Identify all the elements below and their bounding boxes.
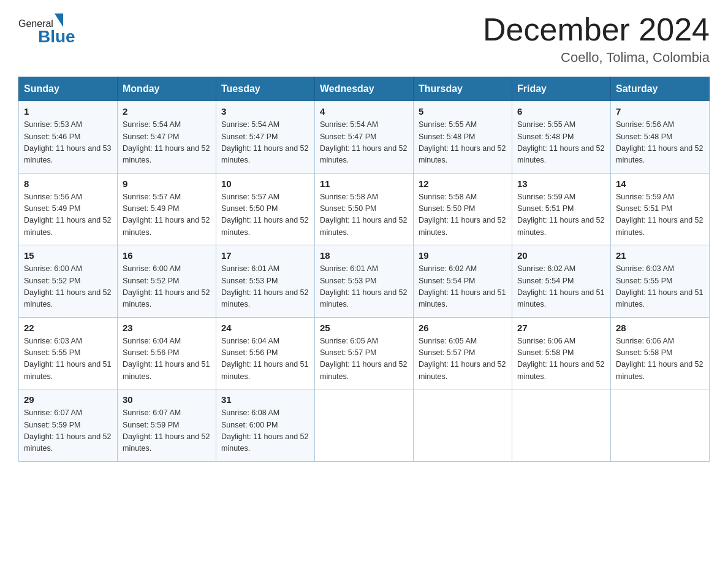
daylight-label: Daylight: 11 hours and 52 minutes. <box>123 432 210 453</box>
sunset-label: Sunset: 5:47 PM <box>320 132 376 141</box>
day-number: 15 <box>24 250 112 261</box>
sunrise-label: Sunrise: 6:05 AM <box>320 337 378 345</box>
daylight-label: Daylight: 11 hours and 51 minutes. <box>419 288 506 308</box>
sunset-label: Sunset: 5:47 PM <box>123 132 179 141</box>
sunset-label: Sunset: 5:49 PM <box>123 204 179 213</box>
calendar-cell: 22 Sunrise: 6:03 AM Sunset: 5:55 PM Dayl… <box>19 317 118 389</box>
sunset-label: Sunset: 5:50 PM <box>221 204 278 213</box>
daylight-label: Daylight: 11 hours and 52 minutes. <box>616 360 703 380</box>
day-number: 11 <box>320 178 408 189</box>
day-info: Sunrise: 6:04 AM Sunset: 5:56 PM Dayligh… <box>123 335 211 383</box>
col-monday: Monday <box>118 77 216 101</box>
sunrise-label: Sunrise: 6:02 AM <box>517 264 575 273</box>
day-info: Sunrise: 6:03 AM Sunset: 5:55 PM Dayligh… <box>616 263 704 311</box>
calendar-cell: 27 Sunrise: 6:06 AM Sunset: 5:58 PM Dayl… <box>512 317 611 389</box>
col-wednesday: Wednesday <box>315 77 414 101</box>
day-info: Sunrise: 6:05 AM Sunset: 5:57 PM Dayligh… <box>320 335 408 383</box>
calendar-cell: 3 Sunrise: 5:54 AM Sunset: 5:47 PM Dayli… <box>216 101 315 174</box>
calendar-cell: 12 Sunrise: 5:58 AM Sunset: 5:50 PM Dayl… <box>414 173 512 245</box>
day-number: 5 <box>419 106 507 117</box>
location-subtitle: Coello, Tolima, Colombia <box>483 50 710 66</box>
day-info: Sunrise: 6:01 AM Sunset: 5:53 PM Dayligh… <box>221 263 309 311</box>
day-info: Sunrise: 6:06 AM Sunset: 5:58 PM Dayligh… <box>517 335 605 383</box>
calendar-cell: 21 Sunrise: 6:03 AM Sunset: 5:55 PM Dayl… <box>611 245 710 318</box>
day-number: 9 <box>123 178 211 189</box>
sunrise-label: Sunrise: 6:02 AM <box>419 264 477 273</box>
calendar-week-1: 1 Sunrise: 5:53 AM Sunset: 5:46 PM Dayli… <box>19 101 710 174</box>
sunrise-label: Sunrise: 5:54 AM <box>320 120 378 129</box>
day-number: 23 <box>123 323 211 333</box>
calendar-cell: 9 Sunrise: 5:57 AM Sunset: 5:49 PM Dayli… <box>118 173 216 245</box>
daylight-label: Daylight: 11 hours and 52 minutes. <box>320 288 407 308</box>
day-number: 21 <box>616 250 704 261</box>
day-number: 28 <box>616 323 704 333</box>
daylight-label: Daylight: 11 hours and 52 minutes. <box>616 216 703 236</box>
calendar-cell: 10 Sunrise: 5:57 AM Sunset: 5:50 PM Dayl… <box>216 173 315 245</box>
title-section: December 2024 Coello, Tolima, Colombia <box>483 12 710 66</box>
sunrise-label: Sunrise: 6:07 AM <box>24 408 82 417</box>
daylight-label: Daylight: 11 hours and 52 minutes. <box>221 144 308 164</box>
calendar-cell <box>315 389 414 462</box>
day-info: Sunrise: 6:05 AM Sunset: 5:57 PM Dayligh… <box>419 335 507 383</box>
daylight-label: Daylight: 11 hours and 51 minutes. <box>221 360 308 380</box>
calendar-table: Sunday Monday Tuesday Wednesday Thursday… <box>18 77 710 462</box>
calendar-cell: 17 Sunrise: 6:01 AM Sunset: 5:53 PM Dayl… <box>216 245 315 318</box>
sunset-label: Sunset: 5:51 PM <box>616 204 672 213</box>
sunrise-label: Sunrise: 6:05 AM <box>419 337 477 345</box>
day-number: 26 <box>419 323 507 333</box>
calendar-header: Sunday Monday Tuesday Wednesday Thursday… <box>19 77 710 101</box>
day-info: Sunrise: 6:02 AM Sunset: 5:54 PM Dayligh… <box>419 263 507 311</box>
calendar-cell: 14 Sunrise: 5:59 AM Sunset: 5:51 PM Dayl… <box>611 173 710 245</box>
month-title: December 2024 <box>483 12 710 47</box>
sunset-label: Sunset: 5:50 PM <box>419 204 475 213</box>
day-info: Sunrise: 6:07 AM Sunset: 5:59 PM Dayligh… <box>24 407 112 455</box>
day-info: Sunrise: 5:58 AM Sunset: 5:50 PM Dayligh… <box>419 191 507 239</box>
sunrise-label: Sunrise: 6:08 AM <box>221 408 279 417</box>
day-number: 24 <box>221 323 309 333</box>
sunset-label: Sunset: 5:57 PM <box>419 348 475 357</box>
sunset-label: Sunset: 5:48 PM <box>517 132 574 141</box>
day-number: 10 <box>221 178 309 189</box>
calendar-body: 1 Sunrise: 5:53 AM Sunset: 5:46 PM Dayli… <box>19 101 710 462</box>
daylight-label: Daylight: 11 hours and 52 minutes. <box>517 216 604 236</box>
logo-arrow-icon <box>55 13 63 27</box>
sunrise-label: Sunrise: 5:53 AM <box>24 120 82 129</box>
calendar-cell: 4 Sunrise: 5:54 AM Sunset: 5:47 PM Dayli… <box>315 101 414 174</box>
sunset-label: Sunset: 5:53 PM <box>221 277 278 285</box>
sunset-label: Sunset: 5:56 PM <box>123 348 179 357</box>
day-info: Sunrise: 5:59 AM Sunset: 5:51 PM Dayligh… <box>616 191 704 239</box>
sunrise-label: Sunrise: 5:58 AM <box>419 193 477 201</box>
daylight-label: Daylight: 11 hours and 52 minutes. <box>24 432 111 453</box>
sunrise-label: Sunrise: 5:56 AM <box>616 120 674 129</box>
sunset-label: Sunset: 5:58 PM <box>517 348 574 357</box>
day-info: Sunrise: 5:54 AM Sunset: 5:47 PM Dayligh… <box>221 119 309 167</box>
sunrise-label: Sunrise: 5:57 AM <box>123 193 181 201</box>
daylight-label: Daylight: 11 hours and 52 minutes. <box>123 288 210 308</box>
day-number: 19 <box>419 250 507 261</box>
day-info: Sunrise: 6:03 AM Sunset: 5:55 PM Dayligh… <box>24 335 112 383</box>
calendar-cell: 11 Sunrise: 5:58 AM Sunset: 5:50 PM Dayl… <box>315 173 414 245</box>
day-info: Sunrise: 6:07 AM Sunset: 5:59 PM Dayligh… <box>123 407 211 455</box>
daylight-label: Daylight: 11 hours and 52 minutes. <box>24 216 111 236</box>
calendar-cell <box>611 389 710 462</box>
sunset-label: Sunset: 5:48 PM <box>616 132 672 141</box>
sunset-label: Sunset: 5:54 PM <box>419 277 475 285</box>
calendar-week-2: 8 Sunrise: 5:56 AM Sunset: 5:49 PM Dayli… <box>19 173 710 245</box>
calendar-cell: 16 Sunrise: 6:00 AM Sunset: 5:52 PM Dayl… <box>118 245 216 318</box>
calendar-cell: 20 Sunrise: 6:02 AM Sunset: 5:54 PM Dayl… <box>512 245 611 318</box>
header-row: Sunday Monday Tuesday Wednesday Thursday… <box>19 77 710 101</box>
calendar-cell: 2 Sunrise: 5:54 AM Sunset: 5:47 PM Dayli… <box>118 101 216 174</box>
calendar-cell: 18 Sunrise: 6:01 AM Sunset: 5:53 PM Dayl… <box>315 245 414 318</box>
calendar-cell: 5 Sunrise: 5:55 AM Sunset: 5:48 PM Dayli… <box>414 101 512 174</box>
calendar-cell: 30 Sunrise: 6:07 AM Sunset: 5:59 PM Dayl… <box>118 389 216 462</box>
sunset-label: Sunset: 5:59 PM <box>123 421 179 429</box>
calendar-cell <box>414 389 512 462</box>
daylight-label: Daylight: 11 hours and 52 minutes. <box>221 432 308 453</box>
calendar-cell: 15 Sunrise: 6:00 AM Sunset: 5:52 PM Dayl… <box>19 245 118 318</box>
col-sunday: Sunday <box>19 77 118 101</box>
calendar-cell: 29 Sunrise: 6:07 AM Sunset: 5:59 PM Dayl… <box>19 389 118 462</box>
daylight-label: Daylight: 11 hours and 51 minutes. <box>123 360 210 380</box>
day-info: Sunrise: 5:56 AM Sunset: 5:48 PM Dayligh… <box>616 119 704 167</box>
day-info: Sunrise: 5:55 AM Sunset: 5:48 PM Dayligh… <box>517 119 605 167</box>
day-info: Sunrise: 5:54 AM Sunset: 5:47 PM Dayligh… <box>123 119 211 167</box>
